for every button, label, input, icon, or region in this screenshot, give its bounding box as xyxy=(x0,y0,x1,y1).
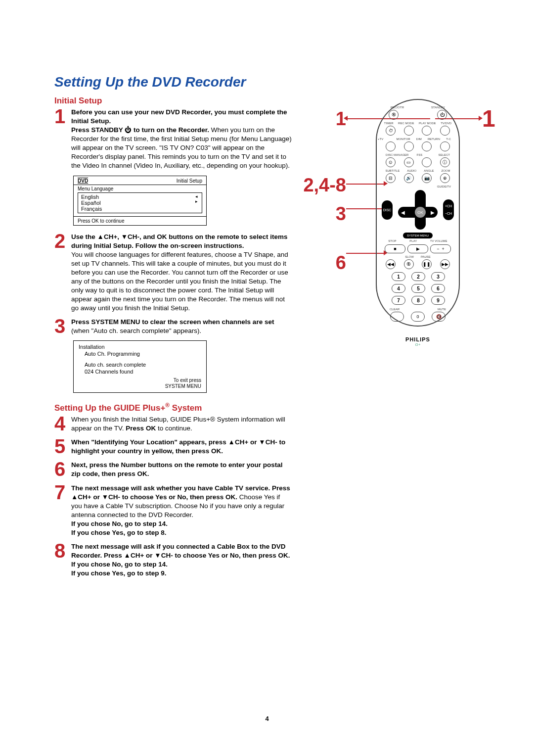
step-1: 1 Before you can use your new DVD Record… xyxy=(54,108,292,171)
dvd-label: DVD xyxy=(78,178,88,184)
number-pad: 1 2 3 4 5 6 7 8 9 xyxy=(382,272,454,305)
num-1[interactable]: 1 xyxy=(392,272,405,281)
callout-6: 6 xyxy=(302,253,346,274)
callout-3: 3 xyxy=(302,204,346,225)
recmode-button[interactable] xyxy=(404,126,414,136)
return-button[interactable] xyxy=(422,142,432,151)
exit-press: To exit press xyxy=(79,378,201,383)
step-number: 8 xyxy=(54,542,71,578)
num-3[interactable]: 3 xyxy=(431,272,445,281)
page-title: Setting Up the DVD Recorder xyxy=(54,74,480,90)
step-4: 4 When you finish the Initial Setup, GUI… xyxy=(54,415,292,433)
playmode-button[interactable] xyxy=(422,126,432,136)
system-menu-label: SYSTEM MENU xyxy=(79,383,201,389)
timer-button[interactable]: ⏱ xyxy=(386,126,396,136)
step-number: 6 xyxy=(54,461,71,478)
subtitle-button[interactable]: ⊟ xyxy=(386,173,396,183)
rec2-button[interactable]: ⦿ xyxy=(404,259,414,269)
remote-diagram: REC/OTR STANDBY ⦿ ⏻ TIMERREC MODEPLAY MO… xyxy=(376,99,460,327)
install-label: Installation xyxy=(79,344,201,350)
disc-rocker[interactable]: DISC xyxy=(382,200,393,220)
mute-button[interactable]: 🔇 xyxy=(432,312,445,322)
angle-button[interactable]: 📷 xyxy=(422,173,432,183)
num-2[interactable]: 2 xyxy=(411,272,425,281)
fss-button[interactable]: ▭ xyxy=(404,157,414,167)
step-number: 1 xyxy=(54,108,71,171)
option-english: English xyxy=(81,194,102,200)
info-button[interactable]: ⓘ xyxy=(440,157,450,167)
steps-column: 1 Before you can use your new DVD Record… xyxy=(54,108,292,578)
sub-brand-label: G+ xyxy=(382,342,454,347)
menu-language-label: Menu Language xyxy=(78,186,202,191)
select-button[interactable] xyxy=(422,157,432,167)
standby-label: STANDBY xyxy=(431,106,445,109)
ok-button[interactable]: OK xyxy=(415,207,426,218)
callout-1: 1 xyxy=(302,109,346,130)
step-number: 3 xyxy=(54,318,71,335)
step-number: 5 xyxy=(54,438,71,456)
tc-button[interactable] xyxy=(440,142,450,151)
option-espanol: Español xyxy=(81,200,102,206)
search-complete: Auto ch. search complete xyxy=(79,362,201,368)
brand-label: PHILIPS xyxy=(382,336,454,342)
rec-button[interactable]: ⦿ xyxy=(389,110,399,120)
tv-screen-auto-search: Installation Auto Ch. Programming Auto c… xyxy=(73,340,207,393)
callout-1-right: 1 xyxy=(482,105,495,132)
left-arrow-icon: ◀ xyxy=(401,210,405,215)
play-button[interactable]: ▶ xyxy=(407,244,428,253)
pause-button[interactable]: ❚❚ xyxy=(422,259,432,269)
system-menu-button[interactable]: SYSTEM MENU xyxy=(403,233,433,238)
tv-screen-menu-language: DVD Initial Setup Menu Language English … xyxy=(73,176,207,226)
step-body: The next message will ask whether you ha… xyxy=(71,484,292,537)
step-3: 3 Press SYSTEM MENU to clear the screen … xyxy=(54,318,292,335)
dim-button[interactable] xyxy=(404,142,414,151)
channels-found: 024 Channels found xyxy=(79,369,201,375)
guide-label: GUIDE/TV xyxy=(437,185,451,188)
num-0[interactable]: 0 xyxy=(411,312,425,322)
step-number: 2 xyxy=(54,233,71,313)
manual-page: Setting Up the DVD Recorder Initial Setu… xyxy=(0,0,534,756)
step-number: 4 xyxy=(54,415,71,433)
screen-title: Initial Setup xyxy=(177,178,202,184)
stop-button[interactable]: ■ xyxy=(385,244,405,253)
standby-button[interactable]: ⏻ xyxy=(437,110,447,120)
tvdvd-button[interactable] xyxy=(440,126,450,136)
step-body: Press SYSTEM MENU to clear the screen wh… xyxy=(71,318,292,335)
step-5: 5 When "Identifying Your Location" appea… xyxy=(54,438,292,456)
step-number: 7 xyxy=(54,484,71,537)
step-2: 2 Use the ▲CH+, ▼CH-, and OK buttons on … xyxy=(54,233,292,313)
num-8[interactable]: 8 xyxy=(411,296,425,305)
zoom-button[interactable]: ⊕ xyxy=(440,173,450,183)
audio-button[interactable]: 🔊 xyxy=(404,173,414,183)
fwd-button[interactable]: ▶▶ xyxy=(440,259,450,269)
step-body: Before you can use your new DVD Recorder… xyxy=(71,108,292,171)
rec-label: REC/OTR xyxy=(391,106,404,109)
step-7: 7 The next message will ask whether you … xyxy=(54,484,292,537)
tv-volume-rocker[interactable]: − + xyxy=(430,244,451,253)
monitor-button[interactable] xyxy=(386,142,396,151)
num-7[interactable]: 7 xyxy=(392,296,405,305)
screen-footer: Press OK to continue xyxy=(74,216,206,225)
autoch-label: Auto Ch. Programming xyxy=(79,351,201,357)
num-6[interactable]: 6 xyxy=(431,284,445,293)
num-5[interactable]: 5 xyxy=(411,284,425,293)
right-arrow-icon: ▶ xyxy=(431,210,435,215)
rev-button[interactable]: ◀◀ xyxy=(386,259,396,269)
callout-248: 2,4-8 xyxy=(302,175,346,196)
disc-manager-button[interactable]: ⊙ xyxy=(386,157,396,167)
remote-callouts: 1 2,4-8 3 6 xyxy=(302,109,346,274)
step-body: Use the ▲CH+, ▼CH-, and OK buttons on th… xyxy=(71,233,292,313)
num-4[interactable]: 4 xyxy=(392,284,405,293)
arrowhead-icon xyxy=(344,116,348,121)
nav-pad[interactable]: ◀ ▶ OK xyxy=(398,190,438,230)
step-body: The next message will ask if you connect… xyxy=(71,542,292,578)
step-body: When "Identifying Your Location" appears… xyxy=(71,438,292,456)
page-number: 4 xyxy=(0,715,534,722)
step-8: 8 The next message will ask if you conne… xyxy=(54,542,292,578)
step-body: Next, press the Number buttons on the re… xyxy=(71,461,292,478)
guide-plus-heading: Setting Up the GUIDE Plus+® System xyxy=(54,402,292,413)
num-9[interactable]: 9 xyxy=(431,296,445,305)
ch-rocker[interactable]: +CH −CH xyxy=(443,199,454,220)
clear-button[interactable] xyxy=(390,312,404,322)
step-body: When you finish the Initial Setup, GUIDE… xyxy=(71,415,292,433)
